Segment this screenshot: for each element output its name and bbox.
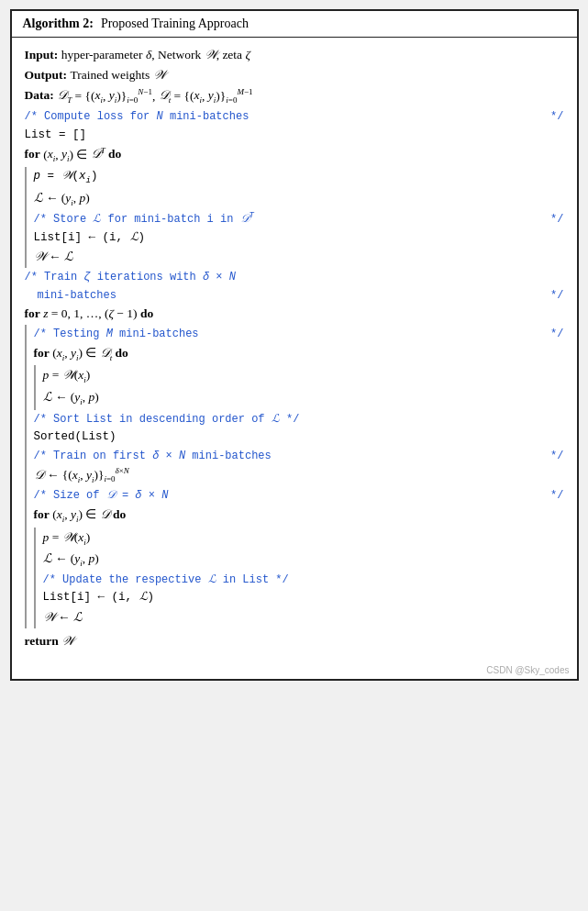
output-text: Trained weights 𝒲 <box>70 66 164 85</box>
watermark: CSDN @Sky_codes <box>12 661 577 679</box>
comment2-line: /* Store ℒ for mini-batch i in 𝒟T */ <box>34 210 564 228</box>
for4-p-line: p = 𝒲(xi) <box>43 528 564 550</box>
comment2: /* Store ℒ for mini-batch i in 𝒟T <box>34 210 254 228</box>
comment4-end: */ <box>550 326 563 343</box>
for4-vbar <box>34 528 36 628</box>
algorithm-box: Algorithm 2: Proposed Training Approach … <box>10 9 579 681</box>
for1-w: 𝒲 ← ℒ <box>34 248 73 267</box>
data-keyword: Data: <box>25 86 54 106</box>
algorithm-title-bar: Algorithm 2: Proposed Training Approach <box>12 11 577 38</box>
for4-l: ℒ ← (yi, p) <box>43 550 99 571</box>
input-keyword: Input: <box>25 46 59 65</box>
return-line: return 𝒲 <box>25 632 564 651</box>
comment4-line: /* Testing M mini-batches */ <box>34 326 564 343</box>
algorithm-body: Input: hyper-parameter δ, Network 𝒲, zet… <box>12 38 577 661</box>
for1-do: do <box>108 145 121 164</box>
for3-content: p = 𝒲(xi) ℒ ← (yi, p) <box>43 365 564 409</box>
for1-cond: (xi, yi) ∈ 𝒟T <box>43 145 105 166</box>
for2-do: do <box>140 305 153 324</box>
comment4: /* Testing M mini-batches <box>34 326 199 343</box>
for3-block: p = 𝒲(xi) ℒ ← (yi, p) <box>34 365 564 409</box>
comment6-end: */ <box>550 448 563 465</box>
for1-content: p = 𝒲(xi) ℒ ← (yi, p) /* Store ℒ for min… <box>34 167 564 268</box>
comment3b: mini-batches <box>25 287 116 305</box>
for1-keyword: for <box>25 145 40 164</box>
data-line: Data: 𝒟T = {(xi, yi)}i=0N−1, 𝒟t = {(xi, … <box>25 86 564 107</box>
comment3-line: /* Train ζ iterations with δ × N <box>25 269 564 286</box>
comment5-line: /* Sort List in descending order of ℒ */ <box>34 411 564 428</box>
for3-l: ℒ ← (yi, p) <box>43 388 99 409</box>
input-line: Input: hyper-parameter δ, Network 𝒲, zet… <box>25 46 564 65</box>
for3-vbar <box>34 365 36 409</box>
for1-w-line: 𝒲 ← ℒ <box>34 248 564 267</box>
for1-vbar <box>25 167 27 268</box>
comment6-line: /* Train on first δ × N mini-batches */ <box>34 448 564 465</box>
for4-do: do <box>113 505 126 525</box>
algorithm-label: Algorithm 2: <box>23 17 94 31</box>
comment5: /* Sort List in descending order of ℒ */ <box>34 411 300 428</box>
comment7-line: /* Size of 𝒟 = δ × N */ <box>34 487 564 505</box>
for4-block: p = 𝒲(xi) ℒ ← (yi, p) /* Update the resp… <box>34 528 564 628</box>
output-line: Output: Trained weights 𝒲 <box>25 66 564 85</box>
input-text: hyper-parameter δ, Network 𝒲, zeta ζ <box>61 46 250 65</box>
d-assign-line: 𝒟 ← {(xi, yi)}i=0δ×N <box>34 465 564 486</box>
comment1-end: */ <box>550 108 563 126</box>
for1-list-line: List[i] ← (i, ℒ) <box>34 229 564 247</box>
for4-cond: (xi, yi) ∈ 𝒟 <box>52 505 110 527</box>
comment7-end: */ <box>550 487 563 505</box>
for4-w: 𝒲 ← ℒ <box>43 608 83 628</box>
sorted-line: Sorted(List) <box>34 428 564 446</box>
for2-keyword: for <box>25 305 40 324</box>
for2-content: /* Testing M mini-batches */ for (xi, yi… <box>34 325 564 628</box>
data-text: 𝒟T = {(xi, yi)}i=0N−1, 𝒟t = {(xi, yi)}i=… <box>57 86 252 107</box>
for4-list: List[i] ← (i, ℒ) <box>43 589 155 606</box>
for3-cond: (xi, yi) ∈ 𝒟t <box>52 344 112 365</box>
for1-line: for (xi, yi) ∈ 𝒟T do <box>25 145 564 166</box>
list-init-line: List = [] <box>25 127 564 144</box>
comment3b-line: mini-batches */ <box>25 287 564 305</box>
for2-cond: z = 0, 1, …, (ζ − 1) <box>43 305 137 324</box>
algorithm-title-text: Proposed Training Approach <box>101 17 249 31</box>
comment7: /* Size of 𝒟 = δ × N <box>34 487 169 505</box>
for3-keyword: for <box>34 344 50 363</box>
comment6: /* Train on first δ × N mini-batches <box>34 448 272 465</box>
output-keyword: Output: <box>25 66 68 85</box>
for4-l-line: ℒ ← (yi, p) <box>43 550 564 571</box>
for2-block: /* Testing M mini-batches */ for (xi, yi… <box>25 325 564 628</box>
for1-block: p = 𝒲(xi) ℒ ← (yi, p) /* Store ℒ for min… <box>25 167 564 268</box>
for3-do: do <box>116 344 128 363</box>
for4-p: p = 𝒲(xi) <box>43 528 91 550</box>
for4-content: p = 𝒲(xi) ℒ ← (yi, p) /* Update the resp… <box>43 528 564 628</box>
comment8: /* Update the respective ℒ in List */ <box>43 572 289 589</box>
for3-l-line: ℒ ← (yi, p) <box>43 388 564 409</box>
for1-p: p = 𝒲(xi) <box>34 168 98 187</box>
for1-l: ℒ ← (yi, p) <box>34 189 90 210</box>
for2-line: for z = 0, 1, …, (ζ − 1) do <box>25 305 564 324</box>
for2-vbar <box>25 325 27 628</box>
for4-w-line: 𝒲 ← ℒ <box>43 608 564 628</box>
for4-line: for (xi, yi) ∈ 𝒟 do <box>34 505 564 527</box>
comment1: /* Compute loss for N mini-batches <box>25 108 250 126</box>
for4-keyword: for <box>34 505 50 525</box>
d-assign: 𝒟 ← {(xi, yi)}i=0δ×N <box>34 465 129 486</box>
for1-p-line: p = 𝒲(xi) <box>34 168 564 187</box>
comment8-line: /* Update the respective ℒ in List */ <box>43 572 564 589</box>
for4-list-line: List[i] ← (i, ℒ) <box>43 589 564 606</box>
comment1-line: /* Compute loss for N mini-batches */ <box>25 108 564 126</box>
for3-line: for (xi, yi) ∈ 𝒟t do <box>34 344 564 365</box>
return-value: 𝒲 <box>61 632 73 651</box>
sorted: Sorted(List) <box>34 428 116 446</box>
list-init: List = [] <box>25 127 87 144</box>
comment3: /* Train ζ iterations with δ × N <box>25 269 236 286</box>
comment3b-end: */ <box>550 287 563 305</box>
return-keyword: return <box>25 632 59 651</box>
for3-p: p = 𝒲(xi) <box>43 366 91 387</box>
for3-p-line: p = 𝒲(xi) <box>43 366 564 387</box>
for1-l-line: ℒ ← (yi, p) <box>34 189 564 210</box>
for1-list: List[i] ← (i, ℒ) <box>34 229 146 247</box>
comment2-end: */ <box>550 211 563 228</box>
